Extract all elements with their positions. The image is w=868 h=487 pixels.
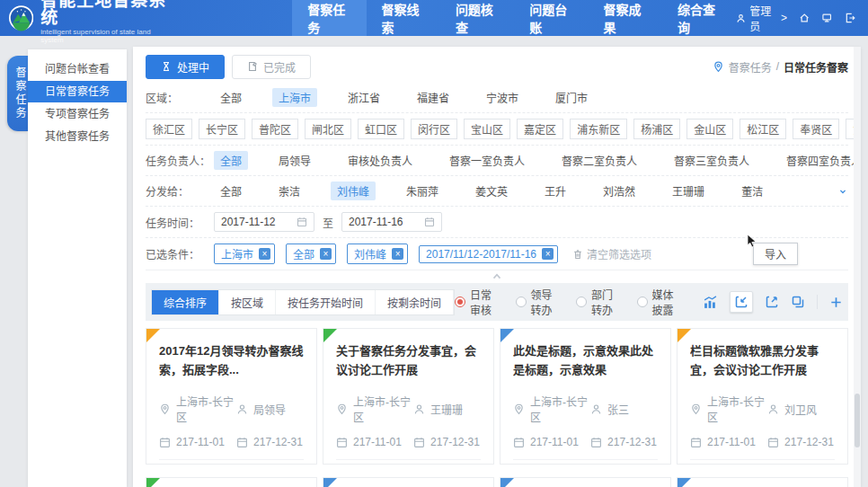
add-task-button[interactable] [829,296,843,309]
leader-option[interactable]: 局领导 [272,151,317,170]
nav-item[interactable]: 问题台账 [514,0,588,36]
calendar-icon [413,437,425,448]
user-menu[interactable]: 管理员> [736,3,787,33]
assignee-option[interactable]: 朱丽萍 [400,182,445,200]
user-name: 管理员 [749,3,777,33]
clear-filters-button[interactable]: 清空筛选选项 [572,246,651,261]
breadcrumb-current: 日常任务督察 [784,59,848,75]
region-option[interactable]: 福建省 [411,88,456,107]
sidebar-item[interactable]: 问题台帐查看 [28,58,127,80]
remove-chip-icon[interactable]: × [542,248,554,260]
card-flag-icon [678,329,691,342]
stats-chart-button[interactable] [703,295,718,310]
import-button[interactable] [730,291,753,313]
sidebar-item[interactable]: 日常督察任务 [28,81,127,102]
filter-label-time: 任务时间： [146,215,214,230]
district-option[interactable]: 闸北区 [305,119,351,139]
home-icon[interactable] [799,12,810,24]
assignee-option[interactable]: 崇洁 [272,182,306,200]
copy-button[interactable] [791,295,805,309]
profile-icon[interactable] [821,12,832,24]
district-option[interactable]: 虹口区 [358,119,404,139]
sort-tab[interactable]: 综合排序 [152,290,219,314]
assignee-option[interactable]: 王升 [538,182,572,200]
nav-item[interactable]: 督察任务 [292,0,366,36]
leader-option[interactable]: 全部 [214,151,248,170]
user-icon [736,13,746,24]
collapse-filters-button[interactable] [146,270,848,281]
sort-tab[interactable]: 按任务开始时间 [276,290,376,314]
sidebar-item[interactable]: 其他督察任务 [28,126,127,147]
region-option[interactable]: 厦门市 [549,88,594,107]
task-card[interactable]: 栏目标题微软雅黑分发事宜，会议讨论工作开展 上海市-长宁区 刘卫风 217-11… [677,328,848,465]
remove-chip-icon[interactable]: × [259,248,270,260]
type-radio[interactable]: 领导转办 [516,287,562,317]
selected-filter-chip: 全部× [286,244,336,264]
date-end-input[interactable]: 2017-11-16 [341,212,442,232]
district-option[interactable]: 闵行区 [411,119,457,139]
assignee-option[interactable]: 姜文英 [469,182,514,200]
task-card[interactable]: 栏目标题微软雅黑分发事宜，会议讨论工作开展 上海市-长宁区 刘卫风 217-11… [677,477,848,487]
region-option[interactable]: 浙江省 [341,88,386,107]
leader-option[interactable]: 督察四室负责人 [780,151,861,170]
scrollbar-thumb[interactable] [855,394,860,447]
type-radio[interactable]: 部门转办 [576,287,623,317]
district-option[interactable]: 徐汇区 [146,119,192,139]
nav-item[interactable]: 督察线索 [367,0,440,36]
task-card[interactable]: 2017年12月领导转办督察线索，拓展字段... 上海市-长宁区 局领导 217… [146,477,317,487]
district-option[interactable]: 普陀区 [252,119,298,139]
assignee-option[interactable]: 王珊珊 [666,182,711,200]
leader-option[interactable]: 审核处负责人 [341,151,419,170]
app-logo-icon [9,4,33,31]
district-option[interactable]: 浦东新区 [570,119,627,139]
filter-label-region: 区域： [146,90,214,105]
sort-tab[interactable]: 按剩余时间 [376,290,454,314]
leader-option[interactable]: 督察二室负责人 [555,151,643,170]
district-option[interactable]: 长宁区 [199,119,245,139]
card-flag-icon [500,329,514,342]
card-flag-icon [323,329,337,342]
task-card[interactable]: 此处是标题，示意效果此处是标题，示意效果 上海市-长宁区 张三 217-11-0… [500,477,671,487]
sidebar-item[interactable]: 专项督察任务 [28,103,127,125]
nav-item[interactable]: 督察成果 [589,0,662,36]
type-radio[interactable]: 日常审核 [455,287,501,317]
region-option[interactable]: 全部 [214,88,248,107]
sort-tab[interactable]: 按区域 [219,290,276,314]
person-icon [236,403,248,415]
assignee-option[interactable]: 董洁 [735,182,769,200]
assignee-option[interactable]: 全部 [214,182,248,200]
district-option[interactable]: 宝山区 [464,119,510,139]
task-card[interactable]: 2017年12月领导转办督察线索，拓展字段... 上海市-长宁区 局领导 217… [146,328,317,465]
tab-done[interactable]: 已完成 [232,55,311,79]
nav-item[interactable]: 问题核查 [440,0,514,36]
district-option[interactable]: 金山区 [686,119,733,139]
breadcrumb-root[interactable]: 督察任务 [729,59,772,75]
leader-option[interactable]: 督察一室负责人 [443,151,531,170]
location-pin-icon [159,403,171,415]
leader-option[interactable]: 督察三室负责人 [668,151,756,170]
region-option[interactable]: 宁波市 [480,88,525,107]
region-option[interactable]: 上海市 [272,88,317,107]
tab-processing[interactable]: 处理中 [146,55,225,79]
chevron-down-icon[interactable] [837,186,848,197]
assignee-option[interactable]: 刘浩然 [597,182,642,200]
district-option[interactable]: 杨浦区 [633,119,680,139]
selected-filter-chip: 2017/11/12-2017/11-16× [419,245,558,263]
scrollbar-track[interactable] [854,47,861,487]
export-button[interactable] [765,295,779,309]
district-option[interactable]: 嘉定区 [517,119,563,139]
nav-item[interactable]: 综合查询 [662,0,736,36]
district-option[interactable]: 松江区 [740,119,786,139]
task-card[interactable]: 关于督察任务分发事宜，会议讨论工作开展 上海市-长宁区 王珊珊 217-11-0… [323,477,494,487]
date-start-input[interactable]: 2017-11-12 [214,212,314,232]
assignee-option[interactable]: 刘伟峰 [331,182,376,200]
import-tooltip: 导入 [753,243,798,265]
remove-chip-icon[interactable]: × [320,248,332,260]
sidebar-vertical-tab[interactable]: 督察任务 [7,56,28,131]
logout-icon[interactable] [845,12,855,24]
remove-chip-icon[interactable]: × [392,248,403,260]
task-card[interactable]: 关于督察任务分发事宜，会议讨论工作开展 上海市-长宁区 王珊珊 217-11-0… [323,328,494,465]
task-card[interactable]: 此处是标题，示意效果此处是标题，示意效果 上海市-长宁区 张三 217-11-0… [500,328,671,465]
type-radio[interactable]: 媒体披露 [637,287,684,317]
district-option[interactable]: 奉贤区 [793,119,839,139]
